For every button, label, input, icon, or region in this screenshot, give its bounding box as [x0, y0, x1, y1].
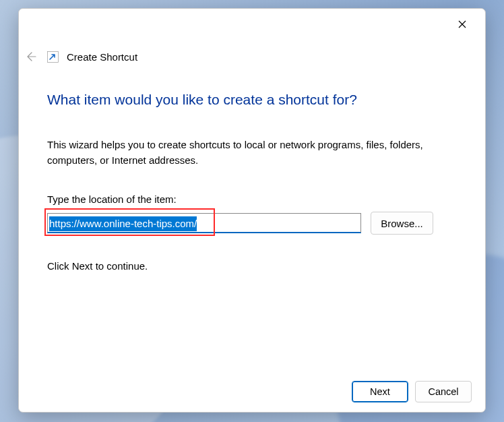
main-heading: What item would you like to create a sho… [47, 92, 457, 108]
footer: Next Cancel [19, 371, 485, 412]
header-title: Create Shortcut [67, 51, 137, 63]
close-button[interactable] [449, 13, 476, 35]
next-button[interactable]: Next [352, 381, 408, 402]
location-input-value: https://www.online-tech-tips.com/ [49, 216, 197, 231]
back-button[interactable] [22, 49, 38, 65]
description-text: This wizard helps you to create shortcut… [47, 138, 457, 168]
location-label: Type the location of the item: [47, 193, 457, 205]
browse-button[interactable]: Browse... [371, 212, 433, 235]
close-icon [458, 20, 466, 28]
titlebar [19, 9, 485, 40]
arrow-left-icon [24, 51, 36, 63]
content-area: What item would you like to create a sho… [19, 65, 485, 371]
shortcut-icon [47, 51, 59, 63]
create-shortcut-window: Create Shortcut What item would you like… [18, 8, 486, 413]
header-row: Create Shortcut [19, 49, 485, 65]
location-row: https://www.online-tech-tips.com/ Browse… [47, 212, 457, 235]
location-input[interactable]: https://www.online-tech-tips.com/ [47, 213, 361, 233]
cancel-button[interactable]: Cancel [415, 381, 472, 402]
continue-text: Click Next to continue. [47, 260, 457, 272]
